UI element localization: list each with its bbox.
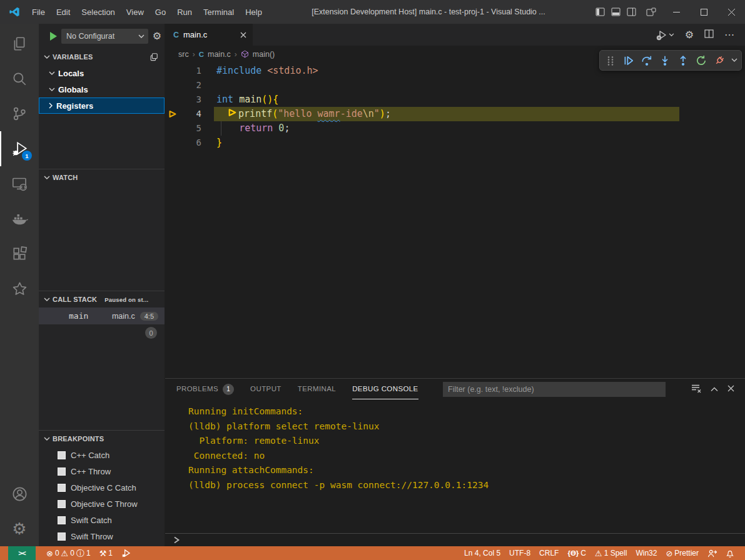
chevron-down-icon — [44, 176, 50, 180]
debug-console-output[interactable]: Running initCommands: (lldb) platform se… — [165, 399, 745, 533]
menu-go[interactable]: Go — [150, 0, 171, 24]
activity-accounts[interactable] — [0, 476, 39, 511]
checkbox[interactable] — [58, 468, 66, 476]
breadcrumb-file[interactable]: main.c — [208, 50, 231, 59]
line-number: 3 — [181, 92, 201, 107]
activity-wamr-ide[interactable] — [0, 271, 39, 306]
spell-checker-status[interactable]: ⚠1 Spell — [590, 546, 631, 560]
notifications-button[interactable] — [721, 546, 739, 560]
tab-main-c[interactable]: C main.c — [165, 24, 253, 46]
execution-pointer-gutter-icon[interactable] — [165, 107, 181, 121]
variables-section-header[interactable]: VARIABLES — [39, 49, 165, 65]
checkbox[interactable] — [58, 500, 66, 508]
debug-console-input[interactable] — [165, 533, 745, 546]
run-debug-icon — [656, 29, 667, 41]
debug-toolbar-more-chevron[interactable] — [729, 52, 739, 69]
chevron-down-icon — [669, 33, 674, 37]
close-tab-icon[interactable] — [240, 32, 246, 38]
run-or-debug-button[interactable] — [656, 29, 674, 41]
bell-icon — [726, 549, 734, 558]
tab-label: TERMINAL — [298, 379, 336, 399]
menu-help[interactable]: Help — [240, 0, 268, 24]
step-over-button[interactable] — [639, 52, 655, 69]
split-editor-icon[interactable] — [704, 29, 714, 41]
breakpoints-section-header[interactable]: BREAKPOINTS — [39, 431, 165, 447]
launch-configuration-dropdown[interactable]: No Configurat — [61, 29, 148, 44]
toolbar-drag-handle[interactable] — [602, 52, 619, 69]
maximize-panel-chevron-icon[interactable] — [711, 386, 718, 393]
activity-search[interactable] — [0, 61, 39, 96]
activity-settings[interactable]: ⚙ — [0, 511, 39, 546]
checkbox[interactable] — [58, 516, 66, 524]
platform-target[interactable]: Win32 — [631, 546, 661, 560]
close-panel-icon[interactable] — [727, 385, 734, 393]
eol-sequence[interactable]: CRLF — [535, 546, 563, 560]
activity-explorer[interactable] — [0, 26, 39, 61]
step-into-button[interactable] — [657, 52, 673, 69]
clear-console-icon[interactable] — [691, 384, 701, 394]
variables-scope-registers[interactable]: Registers — [39, 98, 165, 114]
tab-debug-console[interactable]: DEBUG CONSOLE — [352, 379, 418, 399]
continue-button[interactable] — [621, 52, 637, 69]
step-out-button[interactable] — [675, 52, 691, 69]
chevron-down-icon — [49, 71, 55, 76]
watch-section-header[interactable]: WATCH — [39, 169, 165, 186]
tab-label: OUTPUT — [250, 379, 281, 399]
formatter-status[interactable]: ⊘Prettier — [661, 546, 703, 560]
start-debugging-button[interactable] — [50, 32, 57, 41]
activity-remote-explorer[interactable] — [0, 166, 39, 201]
remote-indicator[interactable]: >< — [8, 546, 36, 560]
cursor-position[interactable]: Ln 4, Col 5 — [460, 546, 505, 560]
breakpoint-cpp-catch: C++ Catch — [39, 447, 165, 463]
activity-extensions[interactable] — [0, 236, 39, 271]
debug-status[interactable] — [117, 546, 135, 560]
maximize-button[interactable] — [690, 0, 717, 24]
tools-status[interactable]: ⚒1 — [95, 546, 117, 560]
variables-scope-globals[interactable]: Globals — [39, 81, 165, 98]
tab-terminal[interactable]: TERMINAL — [298, 379, 336, 399]
status-right: Ln 4, Col 5 UTF-8 CRLF {Ө}C ⚠1 Spell Win… — [460, 546, 745, 560]
code-editor[interactable]: 1 #include <stdio.h> 2 3 int main(){ — [165, 62, 745, 378]
close-window-button[interactable] — [717, 0, 745, 24]
breadcrumb-src[interactable]: src — [178, 50, 189, 59]
stack-frame-row[interactable]: main main.c 4:5 — [39, 308, 165, 324]
restart-button[interactable] — [693, 52, 709, 69]
activity-run-and-debug[interactable]: 1 — [0, 131, 39, 166]
toggle-secondary-sidebar-icon[interactable] — [627, 8, 636, 16]
status-bar: >< ⊗0 ⚠0 ⓘ1 ⚒1 Ln 4, Col 5 UTF-8 CRLF {Ө… — [0, 546, 745, 560]
menu-view[interactable]: View — [121, 0, 150, 24]
scope-label: Globals — [58, 85, 88, 94]
checkbox[interactable] — [58, 532, 66, 541]
call-stack-section-header[interactable]: CALL STACK Paused on st... — [39, 291, 165, 308]
breadcrumb-symbol[interactable]: main() — [253, 50, 275, 59]
menu-file[interactable]: File — [26, 0, 51, 24]
encoding[interactable]: UTF-8 — [505, 546, 535, 560]
toggle-sidebar-icon[interactable] — [595, 8, 605, 16]
toggle-panel-icon[interactable] — [611, 8, 621, 16]
problems-status[interactable]: ⊗0 ⚠0 ⓘ1 — [42, 546, 95, 560]
activity-source-control[interactable] — [0, 96, 39, 131]
variables-scope-locals[interactable]: Locals — [39, 65, 165, 81]
debug-console-filter-input[interactable] — [443, 382, 666, 397]
disconnect-button[interactable] — [711, 52, 727, 69]
tab-output[interactable]: OUTPUT — [250, 379, 281, 399]
menu-edit[interactable]: Edit — [51, 0, 76, 24]
feedback-person-icon — [707, 549, 717, 558]
tab-problems[interactable]: PROBLEMS 1 — [176, 379, 234, 399]
scope-label: Locals — [58, 69, 84, 78]
minimize-button[interactable] — [662, 0, 690, 24]
more-actions-icon[interactable]: ⋯ — [724, 29, 735, 41]
checkbox[interactable] — [58, 484, 66, 492]
checkbox[interactable] — [58, 451, 66, 459]
menu-selection[interactable]: Selection — [76, 0, 120, 24]
editor-settings-gear-icon[interactable]: ⚙ — [685, 30, 694, 40]
open-launch-json-gear-icon[interactable]: ⚙ — [153, 31, 161, 41]
feedback-button[interactable] — [703, 546, 721, 560]
copy-icon[interactable] — [150, 52, 158, 61]
menu-terminal[interactable]: Terminal — [198, 0, 240, 24]
breakpoint-label: Swift Throw — [71, 532, 113, 541]
menu-run[interactable]: Run — [171, 0, 198, 24]
activity-docker[interactable] — [0, 201, 39, 236]
customize-layout-icon[interactable] — [646, 8, 656, 17]
language-mode[interactable]: {Ө}C — [563, 546, 590, 560]
